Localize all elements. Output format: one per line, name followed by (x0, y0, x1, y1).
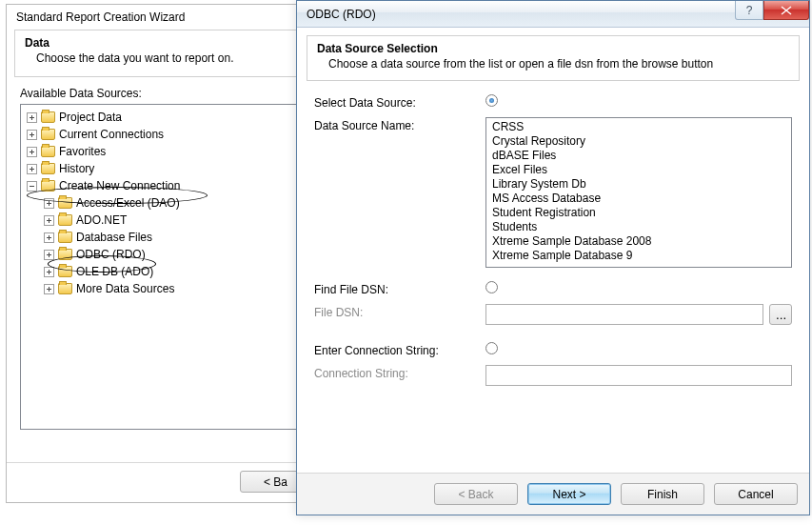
wizard-window: Standard Report Creation Wizard Data Cho… (6, 4, 320, 503)
list-item[interactable]: Library System Db (486, 177, 791, 192)
tree-item-label: Database Files (76, 229, 152, 246)
expand-icon[interactable] (27, 164, 37, 174)
finish-button[interactable]: Finish (621, 483, 704, 505)
tree-item-label: Access/Excel (DAO) (76, 194, 180, 212)
folder-icon (58, 197, 72, 209)
folder-icon (58, 232, 72, 243)
tree-item-database-files[interactable]: Database Files (44, 229, 152, 246)
tree-item-create-new-connection[interactable]: Create New Connection (27, 177, 180, 194)
wizard-footer: < Ba (7, 462, 319, 502)
tree-item-label: More Data Sources (76, 280, 174, 297)
list-item[interactable]: Xtreme Sample Database 2008 (486, 234, 791, 249)
tree-item-favorites[interactable]: Favorites (27, 143, 106, 160)
odbc-titlebar[interactable]: ODBC (RDO) ? (297, 1, 809, 28)
tree-item-history[interactable]: History (27, 160, 94, 177)
next-button[interactable]: Next > (527, 483, 611, 505)
odbc-header: Data Source Selection Choose a data sour… (307, 35, 800, 81)
list-item[interactable]: CRSS (486, 120, 791, 134)
list-item[interactable]: Students (486, 220, 791, 234)
available-data-sources-label: Available Data Sources: (7, 85, 319, 102)
find-file-dsn-label: Find File DSN: (314, 281, 485, 296)
help-icon: ? (746, 4, 753, 17)
wizard-window-title: Standard Report Creation Wizard (7, 5, 319, 28)
tree-item-label: ADO.NET (76, 212, 127, 229)
wizard-header-subtitle: Choose the data you want to report on. (25, 50, 301, 65)
odbc-dialog: ODBC (RDO) ? Data Source Selection Choos… (296, 0, 810, 515)
odbc-header-title: Data Source Selection (317, 42, 789, 55)
tree-item-label: Project Data (59, 109, 122, 126)
expand-icon[interactable] (44, 198, 54, 209)
tree-item-label: Create New Connection (59, 177, 180, 194)
file-dsn-label: File DSN: (314, 304, 485, 319)
tree-item-label: Current Connections (59, 126, 164, 143)
available-data-sources-tree[interactable]: Project Data Current Connections Favorit… (20, 104, 306, 430)
expand-icon[interactable] (27, 130, 37, 140)
close-button[interactable] (763, 1, 809, 20)
folder-icon (41, 111, 55, 123)
cancel-button[interactable]: Cancel (714, 483, 798, 505)
select-data-source-label: Select Data Source: (314, 94, 485, 110)
tree-item-label: History (59, 160, 94, 177)
expand-icon[interactable] (27, 147, 37, 157)
wizard-header-title: Data (25, 36, 301, 50)
wizard-header: Data Choose the data you want to report … (14, 30, 311, 77)
data-source-name-label: Data Source Name: (314, 117, 485, 132)
odbc-footer: < Back Next > Finish Cancel (297, 473, 809, 515)
find-file-dsn-radio[interactable] (485, 281, 498, 293)
expand-icon[interactable] (27, 112, 37, 123)
enter-connection-string-label: Enter Connection String: (314, 342, 485, 357)
connection-string-input[interactable] (485, 365, 792, 386)
folder-icon (58, 249, 72, 260)
tree-item-label: Favorites (59, 143, 106, 160)
tree-item-odbc-rdo[interactable]: ODBC (RDO) (44, 246, 146, 263)
folder-icon (58, 283, 72, 294)
folder-icon (58, 214, 72, 226)
file-dsn-input[interactable] (485, 304, 763, 325)
expand-icon[interactable] (44, 284, 54, 294)
enter-connection-string-radio[interactable] (485, 342, 498, 354)
folder-icon (41, 163, 55, 174)
list-item[interactable]: Crystal Repository (486, 134, 791, 149)
tree-item-ado-net[interactable]: ADO.NET (44, 212, 127, 229)
tree-item-project-data[interactable]: Project Data (27, 109, 122, 126)
expand-icon[interactable] (44, 215, 54, 226)
odbc-window-title: ODBC (RDO) (307, 8, 376, 21)
tree-item-label: ODBC (RDO) (76, 246, 146, 263)
tree-item-ole-db-ado[interactable]: OLE DB (ADO) (44, 263, 153, 280)
list-item[interactable]: dBASE Files (486, 149, 791, 163)
collapse-icon[interactable] (27, 181, 37, 192)
list-item[interactable]: Student Registration (486, 206, 791, 220)
file-dsn-browse-button[interactable]: ... (769, 304, 792, 325)
tree-item-current-connections[interactable]: Current Connections (27, 126, 164, 143)
folder-icon (58, 266, 72, 277)
back-button[interactable]: < Back (434, 483, 518, 505)
expand-icon[interactable] (44, 250, 54, 260)
expand-icon[interactable] (44, 232, 54, 243)
tree-item-label: OLE DB (ADO) (76, 263, 153, 280)
data-source-name-list[interactable]: CRSS Crystal Repository dBASE Files Exce… (485, 117, 792, 268)
expand-icon[interactable] (44, 267, 54, 277)
list-item[interactable]: Excel Files (486, 163, 791, 177)
folder-icon (41, 129, 55, 140)
tree-item-access-excel-dao[interactable]: Access/Excel (DAO) (44, 194, 180, 212)
connection-string-label: Connection String: (314, 365, 485, 380)
list-item[interactable]: MS Access Database (486, 192, 791, 206)
odbc-header-subtitle: Choose a data source from the list or op… (317, 55, 789, 71)
list-item[interactable]: Xtreme Sample Database 9 (486, 249, 791, 263)
help-button[interactable]: ? (735, 1, 763, 20)
folder-icon (41, 146, 55, 157)
select-data-source-radio[interactable] (485, 94, 498, 107)
folder-icon (41, 180, 55, 192)
tree-item-more-data-sources[interactable]: More Data Sources (44, 280, 174, 297)
close-icon (781, 6, 792, 15)
